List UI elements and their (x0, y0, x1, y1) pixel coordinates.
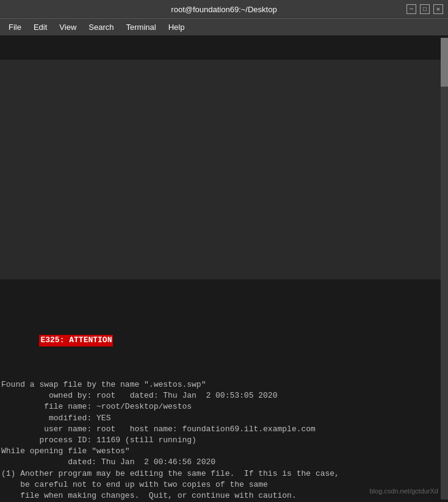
menu-item-terminal[interactable]: Terminal (120, 20, 162, 34)
menu-item-edit[interactable]: Edit (27, 20, 53, 34)
menu-bar: FileEditViewSearchTerminalHelp (0, 18, 448, 35)
close-button[interactable]: ✕ (433, 4, 443, 14)
title-bar: root@foundation69:~/Desktop ─ □ ✕ (0, 0, 448, 18)
message-area: E325: ATTENTION Found a swap file by the… (0, 302, 441, 500)
window-title: root@foundation69:~/Desktop (42, 5, 406, 14)
minimize-button[interactable]: ─ (406, 4, 416, 14)
terminal-line: user name: root host name: foundation69.… (1, 424, 441, 435)
attention-line: E325: ATTENTION (1, 324, 441, 357)
menu-item-view[interactable]: View (53, 20, 82, 34)
menu-item-file[interactable]: File (2, 20, 27, 34)
maximize-button[interactable]: □ (420, 4, 430, 14)
terminal-line: file name: ~root/Desktop/westos (1, 401, 441, 412)
terminal-content: E325: ATTENTION Found a swap file by the… (0, 38, 441, 500)
attention-badge: E325: ATTENTION (39, 335, 113, 346)
terminal-area[interactable]: E325: ATTENTION Found a swap file by the… (0, 35, 448, 502)
scrollbar-thumb[interactable] (441, 38, 448, 87)
terminal-line: dated: Thu Jan 2 00:46:56 2020 (1, 457, 441, 468)
menu-item-search[interactable]: Search (82, 20, 120, 34)
window-controls: ─ □ ✕ (406, 4, 443, 14)
watermark: blog.csdn.net/gctdurXd (369, 487, 438, 496)
terminal-line: owned by: root dated: Thu Jan 2 00:53:05… (1, 390, 441, 401)
terminal-line: process ID: 11169 (still running) (1, 435, 441, 446)
terminal-line: Found a swap file by the name ".westos.s… (1, 379, 441, 390)
terminal-line: modified: YES (1, 413, 441, 424)
blank-top (0, 60, 441, 279)
terminal-line: (1) Another program may be editing the s… (1, 468, 441, 479)
menu-item-help[interactable]: Help (162, 20, 191, 34)
terminal-lines: Found a swap file by the name ".westos.s… (1, 379, 441, 500)
terminal-line: While opening file "westos" (1, 446, 441, 457)
scrollbar[interactable] (441, 38, 448, 500)
